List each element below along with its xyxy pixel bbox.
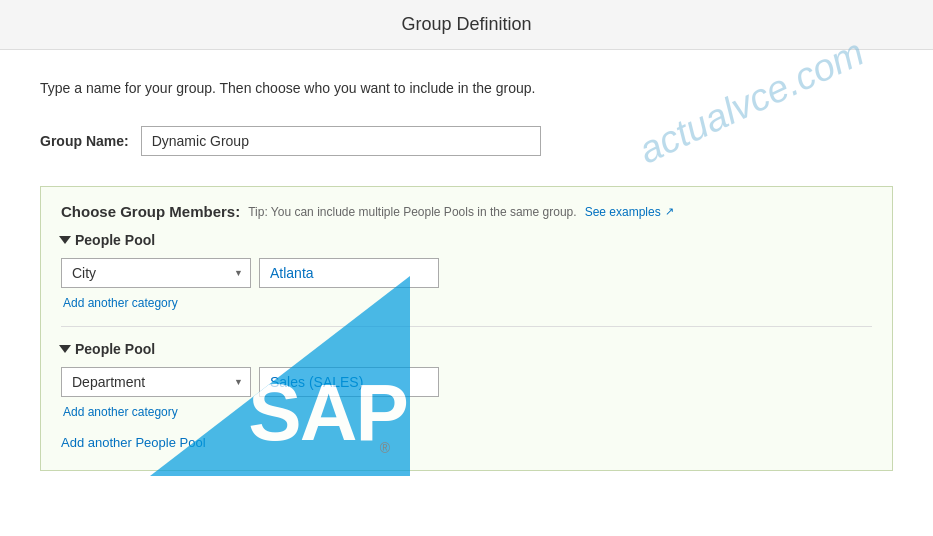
instruction-text: Type a name for your group. Then choose …: [40, 80, 893, 96]
pool1-category-select[interactable]: City Department Country Division Locatio…: [61, 258, 251, 288]
add-people-pool-link[interactable]: Add another People Pool: [61, 435, 872, 450]
pool2-add-category-link[interactable]: Add another category: [63, 405, 872, 419]
pool1-value-input[interactable]: [259, 258, 439, 288]
tip-text: Tip: You can include multiple People Poo…: [248, 205, 576, 219]
pool1-title: People Pool: [61, 232, 872, 248]
pool2-title: People Pool: [61, 341, 872, 357]
main-content: Type a name for your group. Then choose …: [0, 50, 933, 501]
people-pool-1: People Pool City Department Country Divi…: [61, 232, 872, 310]
pool2-select-wrapper: City Department Country Division Locatio…: [61, 367, 251, 397]
see-examples-link[interactable]: See examples: [585, 205, 661, 219]
expand-icon-1: [59, 236, 71, 244]
pool2-value-input[interactable]: [259, 367, 439, 397]
people-pool-2: People Pool City Department Country Divi…: [61, 341, 872, 419]
choose-members-header: Choose Group Members: Tip: You can inclu…: [61, 203, 872, 220]
pool2-category-select[interactable]: City Department Country Division Locatio…: [61, 367, 251, 397]
group-name-row: Group Name:: [40, 126, 893, 156]
pool2-row: City Department Country Division Locatio…: [61, 367, 872, 397]
group-name-label: Group Name:: [40, 133, 129, 149]
group-name-input[interactable]: [141, 126, 541, 156]
choose-members-title: Choose Group Members:: [61, 203, 240, 220]
pool1-select-wrapper: City Department Country Division Locatio…: [61, 258, 251, 288]
pool1-row: City Department Country Division Locatio…: [61, 258, 872, 288]
external-link-icon: ↗: [665, 205, 674, 218]
expand-icon-2: [59, 345, 71, 353]
choose-members-section: Choose Group Members: Tip: You can inclu…: [40, 186, 893, 471]
pool1-add-category-link[interactable]: Add another category: [63, 296, 872, 310]
page-title: Group Definition: [0, 14, 933, 35]
page-header: Group Definition: [0, 0, 933, 50]
pool-divider: [61, 326, 872, 327]
